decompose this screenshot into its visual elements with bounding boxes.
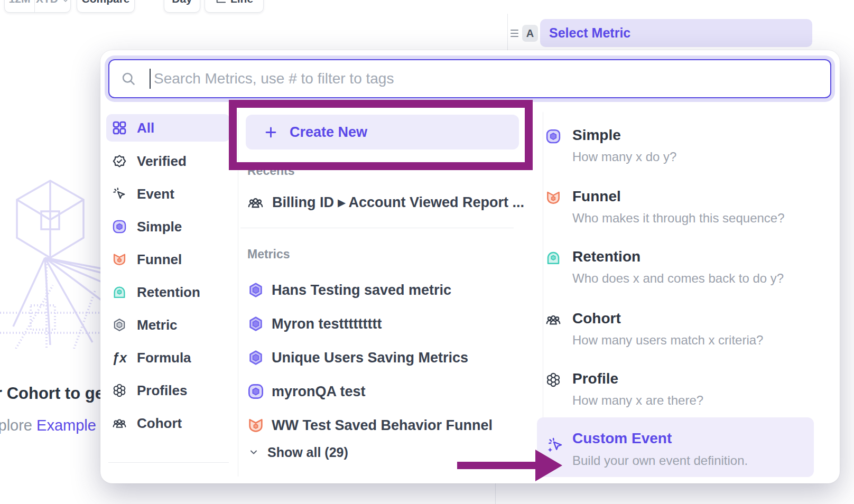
annotation-arrow	[457, 462, 536, 469]
search-bar	[108, 59, 831, 98]
sidebar-item-event[interactable]: Event	[106, 180, 230, 208]
funnel-icon	[247, 417, 264, 434]
metric-type-cohort[interactable]: Cohort How many users match x criteria?	[545, 310, 831, 348]
metric-type-simple[interactable]: Simple How many x do y?	[545, 126, 831, 165]
simple-icon	[112, 219, 127, 234]
annotation-arrow-head	[535, 450, 562, 481]
sidebar-item-all[interactable]: All	[106, 114, 230, 142]
simple-icon	[545, 128, 561, 144]
sidebar-item-verified[interactable]: Verified	[106, 147, 230, 175]
sidebar-item-formula[interactable]: ƒx Formula	[106, 344, 230, 371]
retention-icon	[545, 250, 561, 266]
metric-list-item[interactable]: WW Test Saved Behavior Funnel	[247, 413, 493, 438]
chevron-down-icon	[248, 447, 259, 458]
line-chart-icon	[215, 0, 227, 4]
show-all-toggle[interactable]: Show all (29)	[248, 443, 348, 462]
create-new-button[interactable]: Create New	[246, 115, 519, 150]
sidebar-item-retention[interactable]: Retention	[106, 278, 230, 306]
metric-picker-modal: All Verified Event Simple Funnel Retenti…	[100, 50, 840, 483]
plus-icon	[264, 125, 278, 139]
sidebar-divider	[108, 462, 229, 463]
simple-icon	[247, 383, 264, 400]
metric-list-item[interactable]: Hans Testing saved metric	[247, 277, 451, 303]
metric-list-item[interactable]: Myron testtttttttt	[247, 311, 382, 337]
sidebar-item-metric[interactable]: Metric	[106, 311, 230, 339]
metric-hexagon-purple-icon	[247, 349, 264, 366]
profiles-flower-icon	[545, 372, 561, 388]
sidebar-item-funnel[interactable]: Funnel	[106, 246, 230, 273]
grid-icon	[112, 120, 127, 135]
retention-icon	[112, 285, 127, 300]
panel-divider	[507, 14, 508, 50]
cohort-people-icon	[112, 416, 127, 431]
funnel-icon	[545, 190, 561, 206]
search-icon	[121, 71, 136, 86]
sidebar-item-cohort[interactable]: Cohort	[106, 409, 230, 437]
formula-fx-icon: ƒx	[112, 350, 127, 365]
sidebar-item-profiles[interactable]: Profiles	[106, 377, 230, 404]
metric-type-retention[interactable]: Retention Who does x and comes back to d…	[545, 248, 831, 286]
drag-handle-icon[interactable]	[510, 30, 518, 39]
metric-hexagon-icon	[112, 318, 127, 332]
metric-hexagon-purple-icon	[247, 315, 264, 332]
chevron-down-icon	[62, 0, 69, 4]
profiles-flower-icon	[112, 383, 127, 398]
series-badge: A	[522, 25, 538, 42]
interval-day-button[interactable]: Day	[164, 0, 200, 13]
background-headline-fragment: r Cohort to ge	[0, 384, 104, 403]
metric-hexagon-purple-icon	[247, 282, 264, 298]
wireframe-illustration	[0, 174, 100, 349]
metric-type-custom-event[interactable]: Custom Event Build your own event defini…	[537, 417, 814, 477]
section-divider	[240, 228, 514, 228]
metrics-heading: Metrics	[247, 247, 290, 262]
verified-seal-icon	[112, 154, 127, 169]
select-metric-field[interactable]: Select Metric	[540, 19, 812, 47]
compare-button[interactable]: Compare	[77, 0, 135, 13]
cohort-people-icon	[545, 312, 561, 328]
sidebar-item-simple[interactable]: Simple	[106, 213, 230, 240]
screenshot-root: 12M XTD Compare Day Line A Select Metric	[0, 0, 854, 504]
range-12m-button[interactable]: 12M	[5, 0, 34, 12]
text-caret	[150, 69, 151, 89]
recents-heading: Recents	[247, 164, 294, 178]
recent-item-row[interactable]: Billing ID ▸ Account Viewed Report ...	[247, 192, 524, 213]
chart-type-line-button[interactable]: Line	[205, 0, 264, 13]
metric-list-item[interactable]: myronQA test	[247, 379, 366, 404]
event-cursor-icon	[112, 186, 127, 201]
cohort-people-icon	[247, 194, 264, 211]
sidebar-item-tags[interactable]: Tags	[106, 476, 230, 483]
range-xtd-button[interactable]: XTD	[35, 0, 70, 12]
metric-type-funnel[interactable]: Funnel Who makes it through this sequenc…	[545, 188, 831, 226]
date-range-segmented-control: 12M XTD	[4, 0, 71, 13]
metric-type-profile[interactable]: Profile How many x are there?	[545, 370, 831, 408]
column-divider	[238, 112, 238, 477]
metric-list-item[interactable]: Unique Users Saving Metrics	[247, 345, 468, 370]
search-input[interactable]	[153, 70, 830, 88]
funnel-icon	[112, 252, 127, 267]
tag-icon	[112, 482, 127, 483]
